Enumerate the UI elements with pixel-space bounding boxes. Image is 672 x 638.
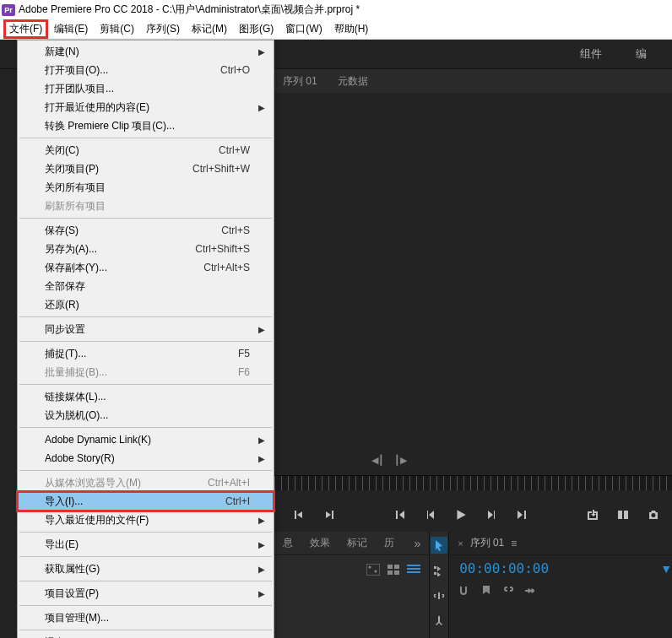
menu-item-19[interactable]: 捕捉(T)...F5 <box>18 344 274 363</box>
menu-shortcut: Ctrl+Shift+W <box>192 163 250 175</box>
snap-icon[interactable] <box>458 585 471 597</box>
panel-tab-metadata[interactable]: 元数据 <box>338 74 368 89</box>
track-select-tool[interactable] <box>431 562 447 579</box>
menu-item-20: 批量捕捉(B)...F6 <box>18 363 274 381</box>
menu-shortcut: Ctrl+S <box>221 224 250 236</box>
menu-item-28: 从媒体浏览器导入(M)Ctrl+Alt+I <box>18 473 274 492</box>
mark-out-button[interactable] <box>322 507 337 522</box>
menu-item-3[interactable]: 打开最近使用的内容(E)▶ <box>18 98 274 116</box>
transport-controls <box>274 498 672 532</box>
selection-tool[interactable] <box>431 537 447 554</box>
svg-rect-9 <box>407 571 420 573</box>
ripple-edit-tool[interactable] <box>431 587 447 604</box>
menu-item-1[interactable]: 打开项目(O)...Ctrl+O <box>18 61 274 79</box>
workspace-tab-components[interactable]: 组件 <box>563 40 619 68</box>
menu-item-30[interactable]: 导入最近使用的文件(F)▶ <box>18 511 274 529</box>
panel-tab-sequence[interactable]: 序列 01 <box>283 74 317 89</box>
go-to-out-button[interactable] <box>514 507 529 522</box>
menu-item-40[interactable]: 退出(X)Ctrl+Q <box>18 633 274 638</box>
tab-info[interactable]: 息 <box>283 536 293 550</box>
playhead-icon[interactable]: ▼ <box>660 562 672 576</box>
menu-1[interactable]: 编辑(E) <box>48 19 94 39</box>
svg-point-2 <box>375 570 377 573</box>
menu-item-label: 同步设置 <box>45 322 250 337</box>
menu-3[interactable]: 序列(S) <box>140 19 186 39</box>
submenu-arrow-icon: ▶ <box>258 540 265 549</box>
menu-item-36[interactable]: 项目设置(P)▶ <box>18 584 274 603</box>
menu-item-0[interactable]: 新建(N)▶ <box>18 42 274 61</box>
settings-icon[interactable] <box>523 585 537 597</box>
menu-item-12[interactable]: 另存为(A)...Ctrl+Shift+S <box>18 240 274 258</box>
step-forward-button[interactable] <box>484 507 499 522</box>
menu-item-14[interactable]: 全部保存 <box>18 277 274 295</box>
menu-0[interactable]: 文件(F) <box>3 19 48 39</box>
link-icon[interactable] <box>501 585 515 597</box>
step-back-button[interactable] <box>423 507 438 522</box>
tab-effects[interactable]: 效果 <box>310 536 330 550</box>
menu-item-15[interactable]: 还原(R) <box>18 295 274 314</box>
list-view-icon[interactable] <box>407 564 420 576</box>
marker-icon[interactable] <box>480 585 493 597</box>
time-ruler[interactable] <box>274 475 672 490</box>
tab-history[interactable]: 历 <box>384 536 394 550</box>
menu-item-8[interactable]: 关闭所有项目 <box>18 178 274 197</box>
menu-item-6[interactable]: 关闭(C)Ctrl+W <box>18 141 274 160</box>
svg-rect-0 <box>366 564 380 576</box>
menu-separator <box>19 316 272 317</box>
menu-item-7[interactable]: 关闭项目(P)Ctrl+Shift+W <box>18 160 274 178</box>
mark-in-button[interactable] <box>291 507 306 522</box>
timeline-panel: × 序列 01 ≡ 00:00:00:00 ▼ <box>449 532 672 638</box>
timeline-menu-icon[interactable]: ≡ <box>511 538 517 549</box>
submenu-arrow-icon: ▶ <box>258 454 265 463</box>
razor-tool[interactable] <box>431 613 447 630</box>
menu-separator <box>19 630 272 630</box>
menu-6[interactable]: 窗口(W) <box>279 19 328 39</box>
menu-item-22[interactable]: 链接媒体(L)... <box>18 387 274 406</box>
menu-item-26[interactable]: Adobe Story(R)▶ <box>18 449 274 468</box>
menu-item-23[interactable]: 设为脱机(O)... <box>18 406 274 424</box>
menu-item-29[interactable]: 导入(I)...Ctrl+I <box>18 492 274 511</box>
svg-rect-3 <box>387 565 393 569</box>
menu-7[interactable]: 帮助(H) <box>328 19 375 39</box>
menu-item-4[interactable]: 转换 Premiere Clip 项目(C)... <box>18 116 274 135</box>
menu-item-label: 获取属性(G) <box>45 562 250 576</box>
menu-item-label: 项目管理(M)... <box>45 611 250 625</box>
timecode-display[interactable]: 00:00:00:00 <box>449 555 559 581</box>
go-to-in-button[interactable] <box>393 507 408 522</box>
menu-item-label: 打开团队项目... <box>45 82 250 96</box>
menu-2[interactable]: 剪辑(C) <box>94 19 140 39</box>
tab-markers[interactable]: 标记 <box>347 536 367 550</box>
menu-item-label: 设为脱机(O)... <box>45 408 250 423</box>
menu-5[interactable]: 图形(G) <box>233 19 279 39</box>
menu-shortcut: F6 <box>238 366 250 378</box>
menu-item-32[interactable]: 导出(E)▶ <box>18 535 274 554</box>
panel-overflow-button[interactable]: » <box>414 537 420 550</box>
icon-view-icon[interactable] <box>387 564 400 576</box>
menu-shortcut: Ctrl+Alt+I <box>208 477 250 489</box>
title-bar: Pr Adobe Premiere Pro CC 2018 - C:\用户\Ad… <box>0 0 672 19</box>
menu-item-38[interactable]: 项目管理(M)... <box>18 608 274 627</box>
play-button[interactable] <box>453 507 469 522</box>
timeline-close-icon[interactable]: × <box>458 538 463 549</box>
track-controls <box>449 581 672 600</box>
menu-4[interactable]: 标记(M) <box>186 19 233 39</box>
camera-button[interactable] <box>646 507 661 522</box>
menu-item-2[interactable]: 打开团队项目... <box>18 79 274 98</box>
menu-item-label: 链接媒体(L)... <box>45 390 250 404</box>
menu-item-17[interactable]: 同步设置▶ <box>18 320 274 338</box>
menu-separator <box>19 427 272 428</box>
menu-item-13[interactable]: 保存副本(Y)...Ctrl+Alt+S <box>18 258 274 277</box>
menu-item-25[interactable]: Adobe Dynamic Link(K)▶ <box>18 430 274 449</box>
workspace-tab-edit[interactable]: 编 <box>619 40 664 68</box>
freeform-view-icon[interactable] <box>366 564 380 576</box>
menu-item-34[interactable]: 获取属性(G)▶ <box>18 560 274 578</box>
menu-item-label: 导出(E) <box>45 538 250 552</box>
submenu-arrow-icon: ▶ <box>258 589 265 598</box>
menu-item-label: 从媒体浏览器导入(M) <box>45 476 208 490</box>
menu-item-11[interactable]: 保存(S)Ctrl+S <box>18 221 274 240</box>
menu-separator <box>19 218 272 219</box>
menu-separator <box>19 556 272 557</box>
comparison-view-button[interactable] <box>615 507 631 522</box>
export-frame-button[interactable] <box>585 507 600 522</box>
svg-rect-5 <box>387 570 393 575</box>
